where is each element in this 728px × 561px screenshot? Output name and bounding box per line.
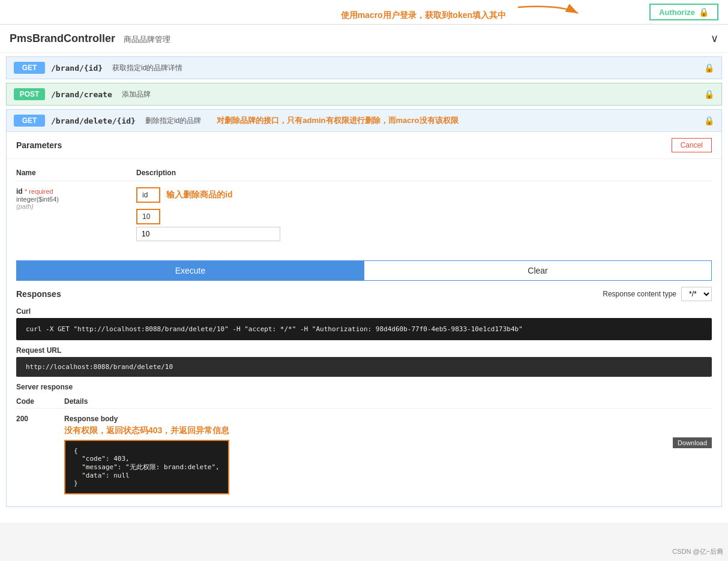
- controller-name: PmsBrandController: [10, 32, 115, 44]
- api-desc-2: 添加品牌: [122, 89, 151, 100]
- api-row-header-3[interactable]: GET /brand/delete/{id} 删除指定id的品牌 对删除品牌的接…: [7, 110, 721, 131]
- api-path-1: /brand/{id}: [51, 64, 103, 73]
- response-code: 200: [16, 415, 64, 423]
- api-desc-1: 获取指定id的品牌详情: [112, 63, 182, 73]
- lock-icon-1: 🔒: [704, 63, 714, 73]
- server-response-title: Server response: [16, 383, 712, 391]
- api-row-right-2: 🔒: [704, 89, 714, 99]
- params-header: Parameters Cancel: [7, 132, 721, 159]
- response-details: Response body 没有权限，返回状态码403，并返回异常信息 Down…: [64, 415, 712, 494]
- response-body-label: Response body: [64, 415, 712, 423]
- request-url-block: Request URL http://localhost:8088/brand/…: [16, 346, 712, 377]
- action-bar: Execute Clear: [16, 260, 712, 281]
- api-row-header-2[interactable]: POST /brand/create 添加品牌 🔒: [7, 83, 721, 105]
- api-path-3: /brand/delete/{id}: [51, 116, 136, 125]
- authorize-button[interactable]: Authorize 🔒: [649, 4, 718, 20]
- response-content-type: Response content type */*: [603, 287, 712, 301]
- curl-value: curl -X GET "http://localhost:8088/brand…: [16, 318, 712, 340]
- param-id-name: id: [16, 187, 23, 196]
- top-bar: 使用macro用户登录，获取到token填入其中 Authorize 🔒: [0, 0, 728, 25]
- controller-header: PmsBrandController 商品品牌管理 ∨: [0, 25, 728, 53]
- responses-header: Responses Response content type */*: [16, 287, 712, 301]
- params-table: Name Description id * required integer($…: [7, 159, 721, 253]
- param-field-label: id: [136, 187, 160, 203]
- content-type-select[interactable]: */*: [681, 287, 712, 301]
- api-row-get-brand-delete: GET /brand/delete/{id} 删除指定id的品牌 对删除品牌的接…: [6, 109, 722, 507]
- response-body-annotation: 没有权限，返回状态码403，并返回异常信息: [64, 425, 712, 436]
- param-id-input[interactable]: [136, 227, 280, 241]
- lock-icon: 🔒: [699, 7, 709, 17]
- param-type: integer($int64): [16, 196, 136, 203]
- api-row-post-brand-create: POST /brand/create 添加品牌 🔒: [6, 83, 722, 106]
- api-path-2: /brand/create: [51, 90, 112, 99]
- curl-block: Curl curl -X GET "http://localhost:8088/…: [16, 307, 712, 340]
- responses-title: Responses: [16, 289, 61, 299]
- response-body-container: Download { "code": 403, "message": "无此权限…: [64, 440, 712, 494]
- expanded-panel: Parameters Cancel Name Description id * …: [7, 131, 721, 506]
- lock-icon-3: 🔒: [704, 116, 714, 125]
- cancel-button[interactable]: Cancel: [672, 138, 712, 152]
- param-path: (path): [16, 203, 136, 210]
- responses-section: Responses Response content type */* Curl…: [7, 281, 721, 377]
- param-required: * required: [25, 188, 53, 195]
- desc-col-header: Description: [136, 169, 712, 177]
- code-details-row: 200 Response body 没有权限，返回状态码403，并返回异常信息 …: [16, 412, 712, 497]
- response-body-code: { "code": 403, "message": "无此权限: brand:d…: [64, 440, 229, 494]
- param-value-display: 10: [136, 209, 160, 224]
- params-table-header: Name Description: [16, 165, 712, 181]
- download-button[interactable]: Download: [673, 437, 712, 448]
- curl-title: Curl: [16, 307, 712, 316]
- request-url-value: http://localhost:8088/brand/delete/10: [16, 357, 712, 377]
- method-badge-post-2: POST: [14, 88, 45, 100]
- chevron-down-icon[interactable]: ∨: [711, 32, 718, 45]
- method-badge-get-3: GET: [14, 115, 45, 127]
- execute-button[interactable]: Execute: [17, 261, 364, 280]
- delete-annotation: 对删除品牌的接口，只有admin有权限进行删除，而macro没有该权限: [217, 115, 458, 126]
- method-badge-get-1: GET: [14, 62, 45, 74]
- lock-icon-2: 🔒: [704, 89, 714, 99]
- param-input-container: 10: [136, 206, 712, 241]
- clear-button[interactable]: Clear: [364, 261, 711, 280]
- server-response-section: Server response Code Details 200 Respons…: [7, 383, 721, 497]
- code-col-header: Code: [16, 397, 64, 406]
- param-label-input: id 输入删除商品的id: [136, 187, 712, 203]
- api-row-right-1: 🔒: [704, 63, 714, 73]
- code-details-header: Code Details: [16, 395, 712, 409]
- api-row-header-1[interactable]: GET /brand/{id} 获取指定id的品牌详情 🔒: [7, 57, 721, 79]
- top-annotation-text: 使用macro用户登录，获取到token填入其中: [341, 10, 506, 21]
- details-col-header: Details: [64, 397, 712, 406]
- api-desc-3: 删除指定id的品牌: [145, 116, 201, 126]
- authorize-label: Authorize: [659, 8, 695, 17]
- params-title: Parameters: [16, 140, 62, 150]
- controller-subtitle: 商品品牌管理: [124, 35, 170, 44]
- request-url-title: Request URL: [16, 346, 712, 355]
- param-id-row: id * required integer($int64) (path) id …: [16, 181, 712, 247]
- controller-title-area: PmsBrandController 商品品牌管理: [10, 32, 170, 45]
- param-desc-col: id 输入删除商品的id 10: [136, 187, 712, 241]
- content-type-label: Response content type: [603, 290, 676, 298]
- api-row-right-3: 🔒: [704, 116, 714, 125]
- param-annotation: 输入删除商品的id: [166, 190, 232, 200]
- param-name-col: id * required integer($int64) (path): [16, 187, 136, 210]
- name-col-header: Name: [16, 169, 136, 177]
- main-content: PmsBrandController 商品品牌管理 ∨ GET /brand/{…: [0, 25, 728, 523]
- api-row-get-brand-id: GET /brand/{id} 获取指定id的品牌详情 🔒: [6, 56, 722, 79]
